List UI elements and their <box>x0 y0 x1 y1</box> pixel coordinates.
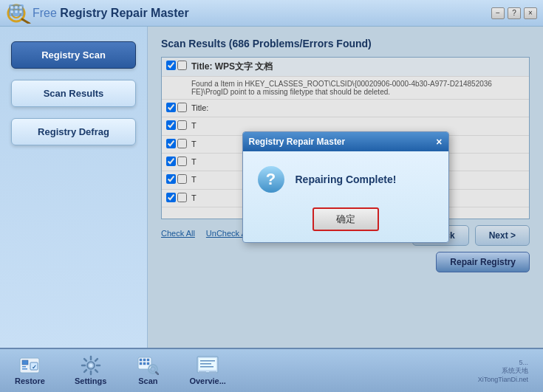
svg-point-34 <box>151 367 155 371</box>
svg-rect-12 <box>22 366 26 368</box>
content-area: Scan Results (686 Problems/Errors Found)… <box>148 27 543 348</box>
sidebar-item-scan-results[interactable]: Scan Results <box>11 80 136 107</box>
svg-rect-4 <box>10 6 13 9</box>
sidebar-item-registry-scan[interactable]: Registry Scan <box>11 41 136 69</box>
svg-rect-6 <box>19 6 22 9</box>
svg-rect-27 <box>140 359 142 361</box>
toolbar: ✓ Restore Set <box>0 348 543 392</box>
svg-line-23 <box>95 370 98 372</box>
svg-rect-38 <box>199 371 206 374</box>
dialog-title: Registry Repair Master <box>249 137 346 147</box>
main-area: Registry Scan Scan Results Registry Defr… <box>0 27 543 348</box>
dialog-overlay: Registry Repair Master × ? Repairing Com… <box>148 27 543 348</box>
dialog-content: ? Repairing Complete! <box>243 151 448 204</box>
overview-icon <box>196 356 219 375</box>
overview-label: Overvie... <box>189 376 226 385</box>
svg-rect-42 <box>200 366 214 368</box>
dialog-close-button[interactable]: × <box>436 136 442 148</box>
svg-rect-28 <box>143 359 146 361</box>
svg-line-25 <box>84 370 86 372</box>
scan-label: Scan <box>138 376 157 385</box>
svg-line-22 <box>84 359 86 361</box>
dialog-footer: 确定 <box>243 204 448 242</box>
dialog-message: Repairing Complete! <box>296 173 397 185</box>
settings-label: Settings <box>75 376 106 385</box>
svg-rect-8 <box>15 10 18 13</box>
svg-rect-41 <box>200 363 211 365</box>
svg-rect-5 <box>15 6 18 9</box>
settings-icon <box>79 356 103 375</box>
dialog-info-icon: ? <box>258 166 284 193</box>
close-button[interactable]: × <box>524 7 537 19</box>
toolbar-item-restore[interactable]: ✓ Restore <box>15 356 45 385</box>
minimize-button[interactable]: − <box>491 7 505 19</box>
sidebar: Registry Scan Scan Results Registry Defr… <box>0 27 148 348</box>
dialog-titlebar: Registry Repair Master × <box>243 132 448 151</box>
restore-icon: ✓ <box>18 356 41 375</box>
svg-rect-39 <box>209 371 216 374</box>
svg-rect-32 <box>147 362 149 365</box>
sidebar-item-registry-defrag[interactable]: Registry Defrag <box>11 118 136 145</box>
svg-line-2 <box>22 19 30 24</box>
svg-rect-9 <box>19 10 22 13</box>
svg-rect-7 <box>10 10 13 13</box>
svg-line-24 <box>95 359 98 361</box>
restore-label: Restore <box>15 376 45 385</box>
dialog-ok-button[interactable]: 确定 <box>313 207 379 231</box>
svg-rect-29 <box>147 359 149 361</box>
app-title: Free Registry Repair Master <box>33 7 491 20</box>
svg-rect-11 <box>22 360 28 365</box>
help-button[interactable]: ? <box>508 7 521 19</box>
svg-rect-30 <box>140 362 142 365</box>
window-controls: − ? × <box>491 7 537 19</box>
repair-complete-dialog: Registry Repair Master × ? Repairing Com… <box>242 131 449 243</box>
app-logo <box>6 3 33 24</box>
scan-icon <box>136 356 160 375</box>
toolbar-item-scan[interactable]: Scan <box>136 356 160 385</box>
title-bar: Free Registry Repair Master − ? × <box>0 0 543 27</box>
svg-line-35 <box>157 372 159 374</box>
svg-rect-31 <box>143 362 146 365</box>
toolbar-item-overview[interactable]: Overvie... <box>189 356 226 385</box>
svg-rect-13 <box>22 368 27 370</box>
svg-text:✓: ✓ <box>32 364 37 371</box>
toolbar-item-settings[interactable]: Settings <box>75 356 106 385</box>
svg-point-17 <box>89 364 92 368</box>
watermark: 5...系统天地XiTongTianDi.net <box>478 359 528 383</box>
svg-rect-40 <box>200 360 215 362</box>
